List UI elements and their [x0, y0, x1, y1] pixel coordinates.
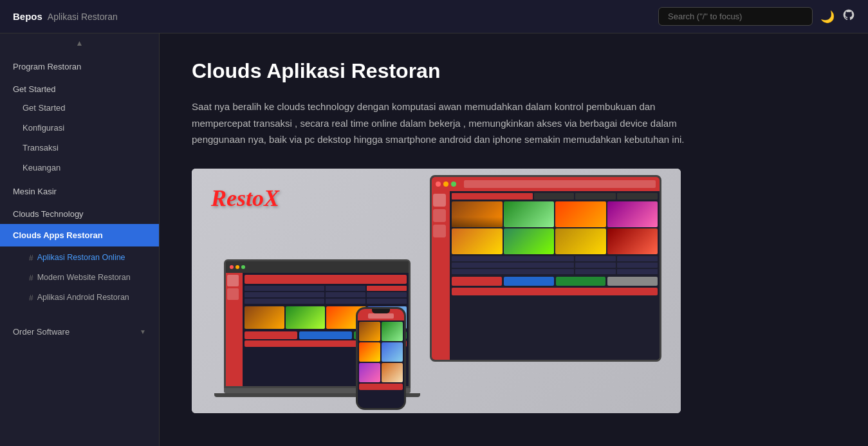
sidebar-item-program-restoran[interactable]: Program Restoran	[0, 53, 159, 75]
sidebar: ▲ Program Restoran Get Started Get Start…	[0, 33, 160, 446]
restorx-logo: RestoX	[211, 185, 279, 212]
sidebar-subitem-aplikasi-android[interactable]: # Aplikasi Android Restoran	[0, 288, 159, 308]
github-link[interactable]	[842, 8, 855, 24]
sidebar-item-get-started-section[interactable]: Get Started	[0, 75, 159, 98]
hash-icon-1: #	[29, 254, 33, 263]
scroll-indicator: ▲	[0, 33, 159, 53]
sidebar-item-get-started[interactable]: Get Started	[0, 98, 159, 118]
sidebar-subitem-label-aplikasi-restoran: Aplikasi Restoran Online	[37, 253, 125, 262]
sidebar-item-order-software[interactable]: Order Software ▼	[0, 321, 159, 343]
chevron-down-icon: ▼	[140, 328, 146, 335]
page-description: Saat nya beralih ke clouds technology de…	[192, 98, 706, 148]
desktop-device	[430, 175, 661, 362]
sidebar-item-keuangan[interactable]: Keuangan	[0, 158, 159, 178]
layout: ▲ Program Restoran Get Started Get Start…	[0, 33, 868, 446]
search-input[interactable]	[658, 7, 813, 26]
brand-name: Bepos	[13, 11, 42, 22]
screenshot-container: RestoX	[192, 169, 681, 413]
header-right: 🌙	[658, 7, 855, 26]
sidebar-subitem-label-android: Aplikasi Android Restoran	[37, 293, 129, 302]
main-content: Clouds Aplikasi Restoran Saat nya berali…	[160, 33, 868, 446]
scroll-up-arrow: ▲	[76, 39, 84, 48]
screenshot-image: RestoX	[192, 169, 681, 413]
sidebar-item-transaksi[interactable]: Transaksi	[0, 138, 159, 158]
sidebar-subitem-aplikasi-restoran-online[interactable]: # Aplikasi Restoran Online	[0, 248, 159, 268]
page-title: Clouds Aplikasi Restoran	[192, 59, 836, 83]
hash-icon-3: #	[29, 293, 33, 302]
sidebar-item-mesin-kasir[interactable]: Mesin Kasir	[0, 178, 159, 200]
dark-mode-toggle[interactable]: 🌙	[820, 10, 835, 24]
sidebar-subitem-modern-website[interactable]: # Modern Website Restoran	[0, 268, 159, 288]
sidebar-item-clouds-technology[interactable]: Clouds Technology	[0, 200, 159, 223]
sidebar-item-clouds-apps-restoran[interactable]: Clouds Apps Restoran	[0, 224, 159, 246]
phone-device	[356, 307, 406, 410]
header-subtitle: Aplikasi Restoran	[48, 12, 118, 22]
header: Bepos Aplikasi Restoran 🌙	[0, 0, 868, 33]
sidebar-subitem-label-modern-website: Modern Website Restoran	[37, 273, 131, 282]
hash-icon-2: #	[29, 274, 33, 283]
order-software-label: Order Software	[13, 327, 69, 337]
sidebar-item-konfigurasi[interactable]: Konfigurasi	[0, 118, 159, 138]
header-left: Bepos Aplikasi Restoran	[13, 11, 118, 22]
